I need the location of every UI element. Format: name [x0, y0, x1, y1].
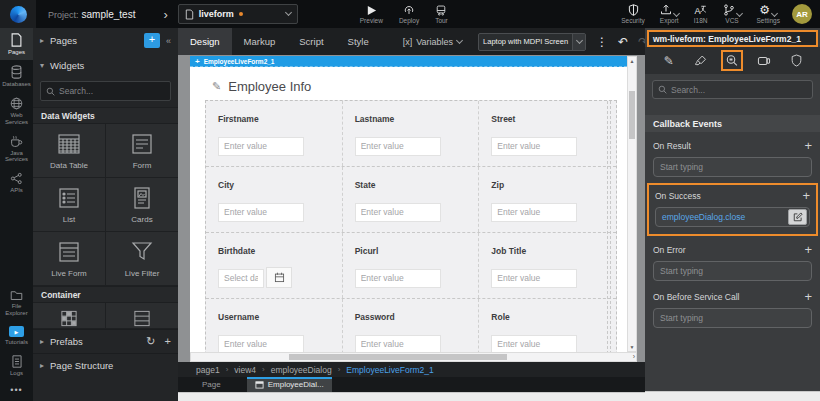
horizontal-scroll-thumb[interactable] — [289, 354, 507, 360]
form-field-firstname[interactable]: Firstname — [206, 101, 343, 166]
collapse-panel-icon[interactable]: « — [166, 36, 171, 46]
password-input[interactable] — [355, 335, 441, 353]
tab-script[interactable]: Script — [287, 28, 335, 55]
scroll-right-icon[interactable]: › — [633, 353, 635, 361]
form-field-password[interactable]: Password — [343, 299, 480, 352]
widget-tile-cards[interactable]: Cards — [106, 178, 178, 231]
vcs-button[interactable]: VCS — [723, 4, 742, 24]
tab-employee-dialog[interactable]: EmployeeDial... — [247, 377, 332, 392]
birthdate-input[interactable] — [218, 269, 264, 288]
prefabs-section-header[interactable]: ▸ Prefabs ↻+ — [33, 329, 178, 353]
page-selector-dropdown[interactable]: liveform — [178, 4, 298, 24]
on-error-field[interactable] — [653, 261, 812, 281]
widget-search-input[interactable] — [59, 86, 159, 96]
tab-style[interactable]: Style — [336, 28, 381, 55]
rail-item-pages[interactable]: Pages — [0, 28, 33, 60]
property-search[interactable] — [652, 80, 813, 99]
on-error-input[interactable] — [660, 266, 809, 276]
on-before-service-call-field[interactable] — [653, 308, 812, 328]
deploy-button[interactable]: Deploy — [399, 5, 419, 24]
undo-button[interactable]: ↶ — [618, 35, 628, 49]
edit-handler-button[interactable] — [788, 209, 807, 225]
tab-security[interactable] — [785, 50, 807, 71]
on-result-input[interactable] — [660, 162, 809, 172]
breadcrumb-employeeliveform[interactable]: EmployeeLiveForm2_1 — [346, 365, 433, 375]
rail-item-web-services[interactable]: Web Services — [0, 92, 33, 130]
form-field-city[interactable]: City — [206, 167, 343, 232]
picurl-input[interactable] — [355, 269, 441, 288]
state-input[interactable] — [355, 203, 441, 222]
job-title-input[interactable] — [491, 269, 577, 288]
firstname-input[interactable] — [218, 137, 304, 156]
add-prefab-button[interactable]: + — [165, 335, 171, 348]
widgets-section-header[interactable]: ▾ Widgets — [33, 53, 178, 78]
breadcrumb-employeedialog[interactable]: employeeDialog — [271, 365, 332, 375]
lastname-input[interactable] — [355, 137, 441, 156]
rail-item-apis[interactable]: APIs — [0, 167, 33, 198]
breadcrumb-page1[interactable]: page1 — [196, 365, 220, 375]
export-button[interactable]: Export — [660, 4, 679, 24]
tab-device[interactable] — [753, 50, 775, 71]
form-field-zip[interactable]: Zip — [479, 167, 616, 232]
live-form-widget[interactable]: Firstname Lastname Street City — [205, 100, 617, 352]
add-handler-icon[interactable]: + — [804, 292, 812, 302]
form-field-job-title[interactable]: Job Title — [479, 233, 616, 298]
rail-item-tutorials[interactable]: ▶ Tutorials — [0, 321, 33, 350]
widget-tile-live-filter[interactable]: Live Filter — [106, 232, 178, 285]
tour-button[interactable]: Tour — [435, 5, 448, 24]
form-field-birthdate[interactable]: Birthdate — [206, 233, 343, 298]
form-field-picurl[interactable]: Picurl — [343, 233, 480, 298]
security-button[interactable]: Security — [621, 4, 644, 24]
add-handler-icon[interactable]: + — [804, 245, 812, 255]
tab-markup[interactable]: Markup — [232, 28, 288, 55]
add-handler-icon[interactable]: + — [802, 191, 810, 201]
property-search-input[interactable] — [671, 85, 791, 95]
form-field-state[interactable]: State — [343, 167, 480, 232]
i18n-button[interactable]: A I18N — [694, 4, 708, 24]
widget-tile-data-table[interactable]: Data Table — [33, 124, 105, 177]
canvas-page[interactable]: + EmployeeLiveForm2_1 ✎ Employee Info Fi… — [190, 56, 627, 352]
canvas-vertical-scrollbar[interactable]: ▲ ▼ — [627, 56, 637, 352]
device-selector-dropdown[interactable]: Laptop with MDPI Screen — [478, 33, 586, 51]
form-field-street[interactable]: Street — [479, 101, 616, 166]
tab-properties[interactable]: ✎ — [658, 50, 680, 71]
widget-tile-live-form[interactable]: Live Form — [33, 232, 105, 285]
form-field-username[interactable]: Username — [206, 299, 343, 352]
widget-tile-form[interactable]: Form — [106, 124, 178, 177]
rail-item-file-explorer[interactable]: File Explorer — [0, 284, 33, 321]
scroll-down-icon[interactable]: ▼ — [628, 344, 636, 350]
add-handler-icon[interactable]: + — [804, 141, 812, 151]
on-success-field[interactable]: employeeDialog.close — [655, 207, 810, 227]
app-logo[interactable] — [0, 0, 36, 28]
canvas-horizontal-scrollbar[interactable]: › — [190, 352, 637, 362]
vertical-scroll-thumb[interactable] — [629, 91, 635, 139]
city-input[interactable] — [218, 203, 304, 222]
rail-item-java-services[interactable]: Java Services — [0, 130, 33, 168]
scroll-up-icon[interactable]: ▲ — [628, 58, 636, 64]
preview-button[interactable]: Preview — [360, 5, 383, 24]
variables-button[interactable]: [x] Variables — [403, 37, 462, 47]
form-field-lastname[interactable]: Lastname — [343, 101, 480, 166]
on-success-value[interactable]: employeeDialog.close — [662, 212, 788, 222]
rail-more-button[interactable]: ••• — [0, 381, 33, 401]
form-title[interactable]: ✎ Employee Info — [212, 79, 627, 94]
form-field-role[interactable]: Role — [479, 299, 616, 352]
calendar-button[interactable] — [266, 267, 292, 288]
tab-events[interactable] — [721, 50, 743, 71]
page-structure-section-header[interactable]: ▸ Page Structure — [33, 353, 178, 377]
street-input[interactable] — [491, 137, 577, 156]
pages-section-header[interactable]: ▸ Pages + « — [33, 28, 178, 53]
breadcrumb-view4[interactable]: view4 — [234, 365, 256, 375]
widget-tile-list[interactable]: List — [33, 178, 105, 231]
role-input[interactable] — [491, 335, 577, 353]
user-avatar[interactable]: AR — [792, 4, 812, 24]
settings-button[interactable]: ⚙ Settings — [757, 4, 781, 24]
widget-tile-grid-layout[interactable] — [33, 303, 105, 328]
widget-tile-panel[interactable] — [106, 303, 178, 328]
rail-item-databases[interactable]: Databases — [0, 60, 33, 92]
tab-design[interactable]: Design — [178, 28, 232, 55]
username-input[interactable] — [218, 335, 304, 353]
kebab-menu-icon[interactable]: ⋮ — [596, 35, 608, 49]
on-before-service-call-input[interactable] — [660, 313, 809, 323]
rail-item-logs[interactable]: Logs — [0, 350, 33, 381]
